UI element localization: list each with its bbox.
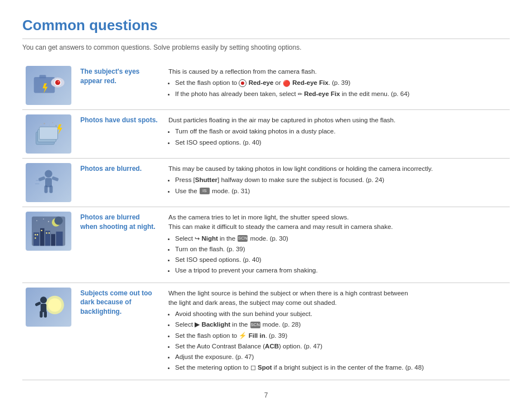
solution-bullets-night: Select ↪ Night in the SCN mode. (p. 30) …	[175, 234, 505, 276]
table-row: Photos are blurred. This may be caused b…	[22, 159, 510, 207]
faq-table: The subject's eyes appear red. This is c…	[22, 61, 510, 380]
fillin-symbol: ⚡	[239, 332, 246, 339]
table-row: Photos have dust spots. Dust particles f…	[22, 110, 510, 159]
image-backlight	[26, 288, 71, 327]
image-red-eye	[26, 66, 71, 105]
list-item: Adjust the exposure. (p. 47)	[175, 352, 505, 362]
list-item: Use the IS mode. (p. 31)	[175, 186, 505, 196]
solution-intro-backlight: When the light source is behind the subj…	[168, 289, 505, 308]
svg-rect-31	[56, 232, 63, 246]
list-item: Set the flash option to Red-eye or 🔴 Red…	[175, 78, 505, 88]
list-item: Select ▶ Backlight in the SCN mode. (p. …	[175, 320, 505, 329]
solution-cell-night: As the camera tries to let in more light…	[164, 207, 510, 283]
svg-point-26	[55, 217, 63, 225]
icon-cell-backlight	[22, 283, 75, 380]
list-item: Press [Shutter] halfway down to make sur…	[175, 175, 505, 185]
solution-intro-dust: Dust particles floating in the air may b…	[168, 116, 505, 125]
problem-cell-dust: Photos have dust spots.	[75, 110, 164, 159]
problem-title-night: Photos are blurred when shooting at nigh…	[80, 213, 158, 232]
solution-bullets-backlight: Avoid shooting with the sun behind your …	[175, 309, 505, 373]
svg-rect-21	[51, 176, 59, 181]
svg-point-38	[36, 221, 37, 222]
svg-rect-32	[35, 234, 36, 235]
mode-icon-is: IS	[200, 188, 210, 194]
solution-bullets-blurred: Press [Shutter] halfway down to make sur…	[175, 175, 505, 196]
list-item: Select ↪ Night in the SCN mode. (p. 30)	[175, 234, 505, 243]
svg-rect-46	[44, 310, 47, 317]
edit-icon: ✏	[298, 91, 302, 97]
svg-rect-33	[37, 234, 38, 235]
solution-cell-blurred: This may be caused by taking photos in l…	[164, 159, 510, 207]
svg-rect-27	[33, 232, 40, 246]
list-item: Turn on the flash. (p. 39)	[175, 245, 505, 254]
svg-rect-18	[45, 185, 48, 193]
svg-point-43	[40, 296, 47, 303]
svg-point-10	[43, 123, 45, 125]
solution-cell-red-eye: This is caused by a reflection from the …	[164, 61, 510, 110]
solution-cell-dust: Dust particles floating in the air may b…	[164, 110, 510, 159]
backlight-symbol: ▶	[195, 321, 200, 328]
icon-cell-night	[22, 207, 75, 283]
page-title: Common questions	[22, 17, 510, 39]
list-item: Use a tripod to prevent your camera from…	[175, 266, 505, 275]
image-dust	[26, 114, 71, 154]
svg-marker-15	[57, 125, 62, 135]
svg-point-40	[48, 221, 49, 222]
svg-rect-9	[40, 127, 58, 140]
night-mode-symbol: ↪	[195, 235, 200, 242]
table-row: Subjects come out too dark because of ba…	[22, 283, 510, 380]
image-blurred	[26, 163, 71, 202]
problem-title-dust: Photos have dust spots.	[80, 116, 158, 125]
icon-cell-red-eye	[22, 61, 75, 110]
solution-intro-red-eye: This is caused by a reflection from the …	[168, 67, 505, 76]
icon-cell-blurred	[22, 159, 75, 207]
list-item: Avoid shooting with the sun behind your …	[175, 309, 505, 319]
problem-title-backlight: Subjects come out too dark because of ba…	[80, 289, 158, 317]
solution-intro-blurred: This may be caused by taking photos in l…	[168, 164, 505, 174]
list-item: Set ISO speed options. (p. 40)	[175, 255, 505, 265]
list-item: Set ISO speed options. (p. 40)	[175, 138, 505, 147]
svg-rect-34	[35, 237, 36, 238]
list-item: If the photo has already been taken, sel…	[175, 89, 505, 99]
svg-rect-30	[51, 234, 56, 246]
svg-point-11	[52, 122, 53, 123]
list-item: Set the flash option to ⚡ Fill in. (p. 3…	[175, 331, 505, 341]
svg-point-13	[40, 124, 41, 125]
svg-rect-47	[35, 301, 41, 306]
problem-title-blurred: Photos are blurred.	[80, 164, 158, 174]
page-subtitle: You can get answers to common questions.…	[22, 44, 510, 51]
problem-cell-night: Photos are blurred when shooting at nigh…	[75, 207, 164, 283]
svg-point-4	[55, 80, 60, 85]
spot-symbol: ◻	[250, 364, 256, 371]
table-row: The subject's eyes appear red. This is c…	[22, 61, 510, 110]
list-item: Set the metering option to ◻ Spot if a b…	[175, 363, 505, 372]
svg-rect-36	[46, 232, 47, 233]
page-number: 7	[22, 391, 510, 399]
redeye-fix-icon: 🔴	[283, 80, 291, 87]
solution-intro-night: As the camera tries to let in more light…	[168, 213, 505, 232]
icon-cell-dust	[22, 110, 75, 159]
svg-point-5	[58, 81, 60, 83]
svg-rect-37	[49, 232, 50, 233]
svg-point-12	[49, 125, 50, 126]
problem-cell-red-eye: The subject's eyes appear red.	[75, 61, 164, 110]
redeye-icon	[239, 79, 246, 87]
svg-point-39	[43, 219, 44, 220]
problem-cell-backlight: Subjects come out too dark because of ba…	[75, 283, 164, 380]
solution-bullets-dust: Turn off the flash or avoid taking photo…	[175, 127, 505, 147]
svg-rect-35	[41, 230, 42, 231]
svg-rect-45	[40, 310, 42, 317]
list-item: Set the Auto Contrast Balance (ACB) opti…	[175, 342, 505, 351]
solution-bullets-red-eye: Set the flash option to Red-eye or 🔴 Red…	[175, 78, 505, 99]
problem-title-red-eye: The subject's eyes appear red.	[80, 67, 158, 86]
mode-icon-scene: SCN	[238, 235, 248, 242]
image-night	[26, 212, 71, 251]
mode-icon-scene2: SCN	[250, 322, 260, 328]
solution-cell-backlight: When the light source is behind the subj…	[164, 283, 510, 380]
svg-rect-19	[50, 185, 53, 193]
svg-point-42	[48, 298, 61, 312]
problem-cell-blurred: Photos are blurred.	[75, 159, 164, 207]
svg-point-14	[55, 125, 57, 127]
svg-point-16	[45, 170, 52, 178]
svg-rect-1	[40, 75, 46, 78]
